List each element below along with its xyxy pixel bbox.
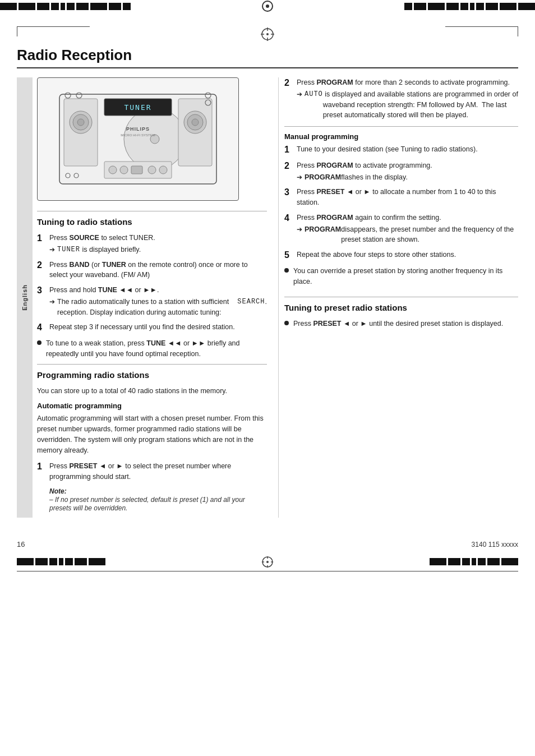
header-block-7 xyxy=(76,3,89,10)
bbr3 xyxy=(462,558,470,565)
auto-programming-heading: Automatic programming xyxy=(37,402,267,410)
svg-point-5 xyxy=(266,33,269,35)
tuner-display: TUNER xyxy=(57,245,80,255)
auto-step-arrow-2: ➔ AUTO is displayed and available statio… xyxy=(297,89,518,121)
manual-step-content-1: Tune to your desired station (see Tuning… xyxy=(297,144,518,155)
arrow-icon-3: ➔ xyxy=(49,297,55,307)
tuning-step-1: 1 Press SOURCE to select TUNER. ➔ TUNER … xyxy=(37,233,267,255)
header-block-r4 xyxy=(446,3,459,10)
bb3 xyxy=(49,558,57,565)
top-left-corner xyxy=(17,26,90,36)
svg-point-25 xyxy=(148,166,156,174)
header-block-1 xyxy=(0,3,17,10)
manual-step-content-3: Press PRESET ◄ or ► to allocate a number… xyxy=(297,187,518,208)
model-number: 3140 115 xxxxx xyxy=(472,541,518,548)
page-outer: Radio Reception English xyxy=(0,18,535,588)
header-block-5 xyxy=(61,3,65,10)
preset-bullet-content: Press PRESET ◄ or ► until the desired pr… xyxy=(293,319,518,329)
content-area: English xyxy=(17,77,518,518)
manual-step-arrow-2: ➔ PROGRAM flashes in the display. xyxy=(297,172,518,183)
step-arrow-3: ➔ The radio automatically tunes to a sta… xyxy=(49,297,267,318)
step-number-1: 1 xyxy=(37,233,49,245)
programming-divider xyxy=(37,364,267,365)
program-display-4: PROGRAM xyxy=(305,225,341,233)
bullet-dot-preset xyxy=(284,321,289,325)
step-arrow-1: ➔ TUNER is displayed briefly. xyxy=(49,245,267,255)
svg-point-38 xyxy=(266,561,269,563)
header-circle xyxy=(262,1,273,12)
bbr1 xyxy=(430,558,446,565)
header-block-r6 xyxy=(470,3,474,10)
device-illustration: TUNER PHILIPS MICRO HI-FI SYSTEM xyxy=(48,83,228,195)
bottom-left-blocks xyxy=(17,554,250,571)
svg-point-16 xyxy=(192,119,199,126)
tuning-bullet-content: To tune to a weak station, press TUNE ◄◄… xyxy=(46,338,267,359)
manual-programming-heading: Manual programming xyxy=(284,132,518,141)
note-label: Note: xyxy=(49,487,67,495)
header-block-r8 xyxy=(486,3,498,10)
manual-divider xyxy=(284,126,518,127)
header-block-8 xyxy=(90,3,107,10)
auto-step-content-2: Press PROGRAM for more than 2 seconds to… xyxy=(297,77,518,121)
step-number-4: 4 xyxy=(37,322,49,334)
auto-step-number-1: 1 xyxy=(37,461,49,473)
note-text: – If no preset number is selected, defau… xyxy=(49,496,245,512)
bottom-right-blocks xyxy=(285,554,518,571)
programming-intro: You can store up to a total of 40 radio … xyxy=(37,386,267,397)
bottom-decoration xyxy=(17,554,518,571)
svg-point-23 xyxy=(120,166,128,174)
bottom-center xyxy=(250,554,285,571)
note-block: Note: – If no preset number is selected,… xyxy=(49,487,267,512)
svg-point-26 xyxy=(159,166,167,174)
manual-step-number-3: 3 xyxy=(284,187,297,199)
header-block-10 xyxy=(123,3,131,10)
bottom-crosshair xyxy=(261,555,274,569)
preset-tuning-heading: Tuning to preset radio stations xyxy=(284,303,518,314)
arrow-icon-1: ➔ xyxy=(49,245,55,255)
bbr2 xyxy=(448,558,460,565)
auto-step-1: 1 Press PRESET ◄ or ► to select the pres… xyxy=(37,461,267,482)
arrow-icon-m4: ➔ xyxy=(297,224,302,234)
auto-display: AUTO xyxy=(305,89,323,99)
bb2 xyxy=(35,558,48,565)
preset-bullet: Press PRESET ◄ or ► until the desired pr… xyxy=(284,319,518,329)
manual-bullet: You can override a preset station by sto… xyxy=(284,266,518,287)
manual-step-3: 3 Press PRESET ◄ or ► to allocate a numb… xyxy=(284,187,518,208)
header-right-blocks xyxy=(404,3,535,10)
svg-text:PHILIPS: PHILIPS xyxy=(126,126,150,132)
bullet-dot-manual xyxy=(284,268,289,273)
manual-step-number-4: 4 xyxy=(284,213,297,224)
manual-step-number-1: 1 xyxy=(284,144,297,156)
arrow-icon-auto2: ➔ xyxy=(297,89,302,99)
tuning-heading: Tuning to radio stations xyxy=(37,217,267,228)
svg-point-12 xyxy=(77,119,84,126)
top-right-corner xyxy=(445,26,518,36)
step-number-2: 2 xyxy=(37,260,49,271)
page-number: 16 xyxy=(17,540,25,548)
header-middle xyxy=(131,1,404,12)
auto-step-number-2: 2 xyxy=(284,77,297,89)
auto-programming-text: Automatic programming will start with a … xyxy=(37,413,267,455)
right-column: 2 Press PROGRAM for more than 2 seconds … xyxy=(278,77,518,518)
header-block-4 xyxy=(51,3,59,10)
svg-rect-24 xyxy=(131,166,142,174)
tuning-step-2: 2 Press BAND (or TUNER on the remote con… xyxy=(37,260,267,281)
manual-step-5: 5 Repeat the above four steps to store o… xyxy=(284,250,518,261)
bb1 xyxy=(17,558,34,565)
bb6 xyxy=(75,558,87,565)
svg-point-22 xyxy=(109,166,117,174)
programming-heading: Programming radio stations xyxy=(37,370,267,381)
header-block-r9 xyxy=(500,3,516,10)
header-strip xyxy=(0,0,535,12)
tuning-divider xyxy=(37,211,267,211)
header-block-3 xyxy=(37,3,49,10)
manual-step-content-5: Repeat the above four steps to store oth… xyxy=(297,250,518,260)
manual-step-1: 1 Tune to your desired station (see Tuni… xyxy=(284,144,518,156)
bbr7 xyxy=(501,558,518,565)
manual-step-number-5: 5 xyxy=(284,250,297,261)
bbr5 xyxy=(478,558,486,565)
header-block-2 xyxy=(19,3,35,10)
header-block-r1 xyxy=(404,3,412,10)
tuning-bullet: To tune to a weak station, press TUNE ◄◄… xyxy=(37,338,267,359)
header-left-blocks xyxy=(0,3,131,10)
